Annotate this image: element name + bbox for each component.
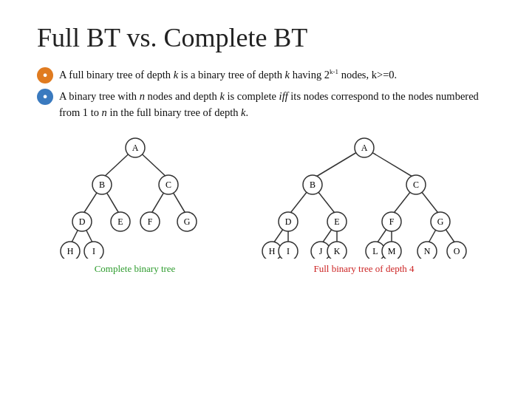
svg-text:N: N xyxy=(423,246,430,256)
bullet-1: ● A full binary tree of depth k is a bin… xyxy=(37,66,495,83)
svg-text:H: H xyxy=(66,246,73,256)
full-tree-label: Full binary tree of depth 4 xyxy=(313,263,414,275)
svg-text:E: E xyxy=(117,216,123,227)
svg-text:J: J xyxy=(318,246,322,256)
page-title: Full BT vs. Complete BT xyxy=(37,22,495,53)
svg-text:I: I xyxy=(92,246,95,256)
svg-text:B: B xyxy=(98,180,104,190)
slide: Full BT vs. Complete BT ● A full binary … xyxy=(0,0,532,399)
bullet-icon-2: ● xyxy=(37,89,53,105)
svg-text:A: A xyxy=(132,143,138,153)
svg-text:A: A xyxy=(361,143,367,153)
bullet-text-2: A binary tree with n nodes and depth k i… xyxy=(59,88,495,121)
svg-text:B: B xyxy=(309,180,315,190)
trees-container: A B C D E F G H xyxy=(37,133,495,275)
svg-text:E: E xyxy=(334,216,339,227)
full-tree-svg: A B C D E F G H xyxy=(250,133,479,259)
svg-text:G: G xyxy=(183,216,190,227)
full-tree-section: A B C D E F G H xyxy=(250,133,479,275)
svg-text:M: M xyxy=(387,246,395,256)
svg-text:D: D xyxy=(284,216,291,227)
svg-text:H: H xyxy=(268,246,275,256)
complete-tree-label: Complete binary tree xyxy=(95,263,176,275)
bullet-icon-1: ● xyxy=(37,67,53,83)
svg-text:F: F xyxy=(389,216,394,227)
complete-tree-section: A B C D E F G H xyxy=(54,133,216,275)
bullets-section: ● A full binary tree of depth k is a bin… xyxy=(37,66,495,121)
bullet-2: ● A binary tree with n nodes and depth k… xyxy=(37,88,495,121)
svg-text:C: C xyxy=(165,180,171,190)
svg-text:O: O xyxy=(453,246,460,256)
svg-text:L: L xyxy=(372,246,378,256)
svg-text:D: D xyxy=(78,216,85,227)
svg-text:G: G xyxy=(437,216,443,227)
bullet-text-1: A full binary tree of depth k is a binar… xyxy=(59,66,495,83)
svg-text:C: C xyxy=(412,180,418,190)
svg-text:F: F xyxy=(147,216,152,227)
svg-text:I: I xyxy=(287,246,290,256)
svg-text:K: K xyxy=(333,246,340,256)
complete-tree-svg: A B C D E F G H xyxy=(54,133,216,259)
